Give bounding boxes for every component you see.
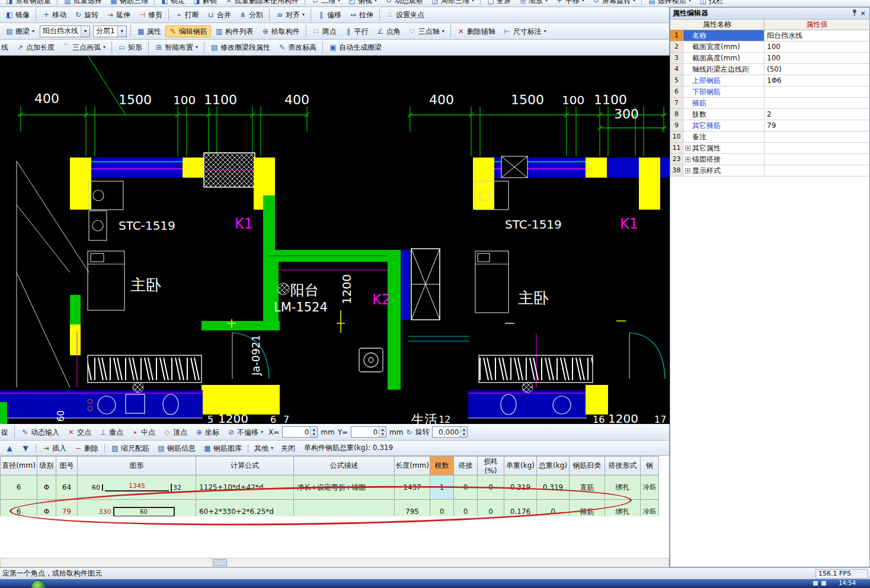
property-row-38[interactable]: 38+显示样式 [670, 165, 869, 176]
toolbar-button-pan[interactable]: +平移▾ [552, 0, 588, 7]
expand-icon[interactable]: + [685, 146, 690, 151]
property-value[interactable] [765, 154, 869, 165]
toolbar-button-top-view[interactable]: ◰俯视▾ [344, 0, 380, 7]
layer-select-combo[interactable]: 分层1▾ [93, 25, 127, 37]
toolbar-button-select-floor[interactable]: ▤选择楼层▾ [644, 0, 695, 7]
close-icon[interactable]: × [859, 9, 867, 17]
toolbar-button-two-point[interactable]: ∷两点 [309, 25, 340, 37]
toolbar-button-scale-fit-rebar[interactable]: ▧缩尺配筋 [107, 442, 153, 454]
toolbar-button-other[interactable]: 其他▾ [251, 442, 277, 454]
toolbar-button-rectangle[interactable]: ▭矩形 [114, 41, 146, 53]
col-unit-weight[interactable]: 单重(kg) [504, 457, 537, 475]
tray-icon[interactable] [821, 581, 826, 586]
col-diameter[interactable]: 直径(mm) [1, 457, 37, 475]
property-value[interactable] [765, 131, 869, 142]
toolbar-button-three-point-axis[interactable]: ∵三点轴▾ [405, 25, 448, 37]
x-spinner[interactable]: ▲▼ [310, 427, 317, 437]
property-value[interactable] [765, 143, 869, 153]
col-length[interactable]: 长度(mm) [395, 457, 430, 475]
toolbar-button-2d-view[interactable]: ▱二维▾ [308, 0, 344, 7]
property-value[interactable]: 1Φ6 [765, 75, 869, 86]
start-button[interactable] [31, 580, 46, 588]
toolbar-button-lock[interactable]: ◧锁定 [157, 0, 188, 7]
cad-canvas[interactable]: 4001500100110040040015001001100300STC-15… [0, 56, 670, 424]
col-lap-type[interactable]: 搭接形式 [605, 457, 641, 475]
toolbar-button-delete[interactable]: −删除 [71, 442, 102, 454]
toolbar-button-stretch[interactable]: ↔拉伸 [346, 9, 377, 21]
toolbar-button-perpendicular-snap[interactable]: ⊥垂点 [95, 426, 127, 438]
toolbar-button-batch-delete-unused[interactable]: ✕批量删除未使用构件 [221, 0, 302, 7]
property-row-6[interactable]: 6下部钢筋 [670, 86, 869, 98]
toolbar-button-row-down[interactable]: ▼ [18, 444, 33, 453]
property-value[interactable]: 100 [765, 53, 869, 63]
toolbar-button-align[interactable]: ≡对齐▾ [272, 9, 308, 21]
rebar-row-1[interactable]: 6 Φ 64 60 1345 32 1125+10*d+42*d [1, 475, 659, 500]
toolbar-button-set-grips[interactable]: ∴设置夹点 [382, 9, 428, 21]
scrollbar-thumb[interactable] [213, 559, 227, 566]
rebar-row-2[interactable]: 6 Φ 79 330 60 60+2*330+2*6.25*d 795 0 [1, 500, 659, 517]
col-lap[interactable]: 搭接 [454, 457, 478, 475]
property-value[interactable]: (50) [765, 64, 869, 75]
property-value[interactable]: 2 [765, 109, 869, 120]
property-row-5[interactable]: 5上部钢筋1Φ6 [670, 75, 869, 86]
col-category[interactable]: 钢筋归类 [570, 457, 605, 475]
toolbar-button-rebar-3d[interactable]: ▦钢筋三维 [106, 0, 152, 7]
col-steel-type[interactable]: 钢 [641, 457, 659, 475]
property-value[interactable] [765, 165, 869, 176]
toolbar-button-trim[interactable]: ⊣修剪 [135, 9, 166, 21]
toolbar-button-dimension[interactable]: ⊢尺寸标注▾ [500, 25, 550, 37]
property-row-7[interactable]: 7箍筋 [670, 98, 869, 109]
toolbar-button-close-rebar-editor[interactable]: 关闭 [277, 442, 299, 454]
property-row-23[interactable]: 23+锚固搭接 [670, 154, 869, 165]
col-level[interactable]: 级别 [37, 457, 56, 475]
toolbar-button-three-point-arc[interactable]: ⌒三点画弧▾ [59, 41, 109, 53]
toolbar-button-merge[interactable]: ⊔合并 [203, 9, 235, 21]
toolbar-button-no-offset[interactable]: ⊘不偏移▾ [223, 426, 267, 438]
toolbar-button-offset[interactable]: ∥偏移 [314, 9, 345, 21]
toolbar-button-edit-rebar[interactable]: ✎编辑钢筋 [165, 25, 211, 37]
y-input[interactable]: 0 ▲▼ [351, 426, 386, 438]
col-chart-no[interactable]: 图号 [56, 457, 78, 475]
toolbar-button-move[interactable]: +移动 [39, 9, 70, 21]
property-row-11[interactable]: 11+其它属性 [670, 143, 869, 154]
property-row-2[interactable]: 2截面宽度(mm)100 [670, 41, 869, 53]
expand-icon[interactable]: + [685, 168, 690, 173]
toolbar-button-zoom[interactable]: ◎缩放▾ [515, 0, 551, 7]
toolbar-button-split[interactable]: ⋔分割 [235, 9, 267, 21]
col-count[interactable]: 根数 [430, 457, 454, 475]
toolbar-button-dynamic-input[interactable]: ✎动态输入 [17, 426, 63, 438]
toolbar-button-orbit[interactable]: ↻动态观察 [381, 0, 427, 7]
col-formula[interactable]: 计算公式 [196, 457, 294, 475]
chevron-down-icon[interactable]: ▾ [117, 26, 126, 37]
property-value[interactable]: 100 [765, 41, 869, 52]
toolbar-button-auto-generate-ring-beam[interactable]: ▣自动生成圈梁 [325, 41, 385, 53]
col-total-weight[interactable]: 总重(kg) [537, 457, 570, 475]
y-spinner[interactable]: ▲▼ [379, 427, 386, 437]
toolbar-button-break[interactable]: ⌁打断 [171, 9, 203, 21]
toolbar-button-coordinate-snap[interactable]: ⊕坐标 [191, 426, 223, 438]
toolbar-button-point-add-length[interactable]: ↗点加长度 [12, 41, 58, 53]
x-input[interactable]: 0 ▲▼ [282, 426, 318, 438]
toolbar-button-check-elevation[interactable]: ✎查改标高 [274, 41, 320, 53]
toolbar-button-intersection-snap[interactable]: ✕交点 [63, 426, 95, 438]
toolbar-button-midpoint-snap[interactable]: ∙中点 [127, 426, 159, 438]
property-value[interactable] [765, 86, 869, 97]
toolbar-button-ring-beam[interactable]: ▤圈梁▾ [2, 25, 38, 37]
toolbar-button-row-up[interactable]: ▲ [2, 444, 17, 453]
property-row-8[interactable]: 8肢数2 [670, 109, 869, 120]
toolbar-button-mirror[interactable]: ◧镜像 [2, 9, 33, 21]
toolbar-button-pick-component[interactable]: ⊕拾取构件 [258, 25, 303, 37]
toolbar-button-point-angle[interactable]: ∠点角 [373, 25, 404, 37]
property-value[interactable] [765, 98, 869, 108]
pin-icon[interactable] [850, 9, 859, 18]
col-shape[interactable]: 图形 [78, 457, 196, 475]
toolbar-button-modify-ring-beam-segment[interactable]: ▤修改圈梁段属性 [207, 41, 274, 53]
toolbar-button-delete-aux-axis[interactable]: ✕删除辅轴 [453, 25, 499, 37]
toolbar-button-insert[interactable]: ⇥插入 [39, 442, 70, 454]
property-row-4[interactable]: 4轴线距梁左边线距(50) [670, 64, 869, 75]
property-value[interactable]: 阳台挡水线 [765, 30, 869, 41]
property-value[interactable]: 79 [765, 120, 869, 131]
element-select-combo[interactable]: 阳台挡水线▾ [40, 25, 90, 37]
horizontal-scrollbar[interactable] [0, 558, 669, 567]
toolbar-button-fullscreen[interactable]: □全屏 [483, 0, 514, 7]
